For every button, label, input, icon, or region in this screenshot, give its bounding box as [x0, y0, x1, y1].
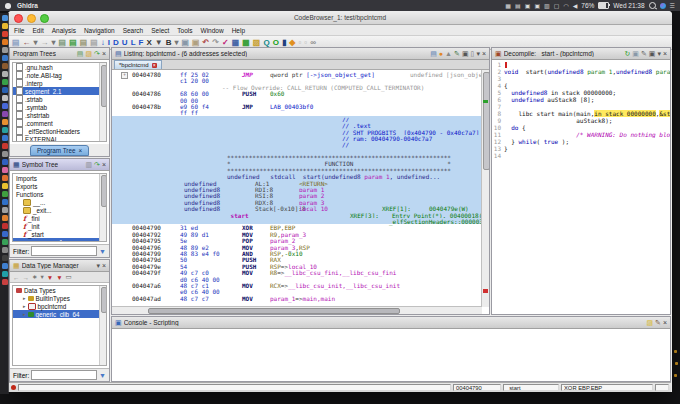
listing-horizontal-scrollbar[interactable]: [112, 306, 482, 314]
dtm-filter-input[interactable]: [31, 370, 97, 380]
dock-app-icon[interactable]: [2, 71, 8, 77]
new-tree-icon[interactable]: ▤: [77, 50, 84, 57]
program-tree-item[interactable]: .note.ABI-tag: [13, 71, 106, 79]
dock-app-icon[interactable]: [2, 63, 8, 69]
dock-app-icon[interactable]: [2, 255, 8, 261]
window-icon-1[interactable]: ▫: [298, 39, 301, 47]
decompile-line[interactable]: 10 do {: [492, 124, 670, 131]
dock-app-icon[interactable]: [2, 279, 8, 285]
listing-header[interactable]: ▤ Listing: bpclntcmd - (6 addresses sele…: [112, 48, 489, 60]
symbol-tree-item[interactable]: →param_1: [13, 238, 106, 242]
data-type-x-icon[interactable]: X: [146, 39, 151, 47]
symbol-tree-header[interactable]: ▦ Symbol Tree ▥↷×: [10, 159, 109, 171]
scrollbar-thumb[interactable]: [148, 308, 400, 314]
dropdown-icon[interactable]: ▾: [96, 262, 100, 269]
program-tree-item[interactable]: .comment: [13, 119, 106, 127]
input-source-icon[interactable]: ▥: [544, 3, 550, 9]
decompile-line[interactable]: 5 undefined8 in_stack_00000000;: [492, 89, 670, 96]
camera-status-icon[interactable]: ▣: [534, 3, 540, 9]
close-icon[interactable]: ×: [663, 50, 667, 57]
redo-icon[interactable]: ↷: [212, 39, 219, 47]
filter-arrays-icon[interactable]: ▼: [47, 274, 53, 281]
decompile-line[interactable]: 11 /* WARNING: Do nothing block with inf…: [492, 131, 670, 138]
data-type-b-icon[interactable]: B: [166, 39, 172, 47]
screen-mirroring-icon[interactable]: ▦: [505, 3, 511, 9]
dock-app-icon[interactable]: [2, 39, 8, 45]
nav-forward-icon[interactable]: →: [41, 39, 49, 47]
listing-line[interactable]: 004047ad48 c7 c7MOVparam_1=>main,main: [112, 295, 482, 301]
decompile-line[interactable]: 12 } while( true );: [492, 138, 670, 145]
menu-file[interactable]: File: [14, 27, 24, 34]
data-type-filter-icon[interactable]: ▼: [155, 39, 163, 47]
dock-app-icon[interactable]: [2, 79, 8, 85]
dock-app-icon[interactable]: [2, 199, 8, 205]
green-o-icon[interactable]: O: [273, 39, 279, 47]
menu-analysis[interactable]: Analysis: [52, 27, 76, 34]
table-icon[interactable]: ▦: [232, 39, 240, 47]
reposition-icon[interactable]: ●: [439, 50, 443, 57]
data-type-item[interactable]: ▸bpclntcmd: [13, 302, 106, 310]
data-type-item[interactable]: Data Types: [13, 286, 106, 294]
close-icon[interactable]: ×: [102, 50, 106, 57]
dock-app-icon[interactable]: [2, 231, 8, 237]
dock-app-icon[interactable]: [2, 55, 8, 61]
program-trees-header[interactable]: Program Trees ▤▨↷×: [10, 48, 109, 60]
dock-app-icon[interactable]: [2, 103, 8, 109]
dock-app-icon[interactable]: [2, 159, 8, 165]
memory-map-icon[interactable]: ▩: [242, 39, 250, 47]
display-icon[interactable]: ▢: [554, 3, 560, 9]
active-app-name[interactable]: Ghidra: [17, 2, 38, 9]
wifi-icon[interactable]: ◠: [563, 3, 568, 9]
dock-app-icon[interactable]: [2, 247, 8, 253]
edit-icon[interactable]: ✎: [655, 319, 661, 326]
dropdown-icon[interactable]: ▾: [476, 50, 480, 57]
dock-app-icon[interactable]: [2, 87, 8, 93]
dock-app-icon[interactable]: [2, 143, 8, 149]
dropdown-icon[interactable]: ▾: [657, 50, 661, 57]
disassemble-icon[interactable]: ↓: [101, 39, 105, 47]
decompile-body[interactable]: 12void _start(undefined8 param_1,undefin…: [492, 60, 670, 314]
prev-icon[interactable]: ←: [13, 274, 20, 281]
dock-app-icon[interactable]: [2, 207, 8, 213]
decompile-line[interactable]: 3: [492, 75, 670, 82]
symbol-tree-scrollbar[interactable]: [99, 174, 106, 241]
siri-icon[interactable]: [660, 3, 666, 9]
menubar-clock[interactable]: Wed 21:38: [613, 2, 644, 9]
dock-app-icon[interactable]: [2, 47, 8, 53]
volume-icon[interactable]: ◀: [573, 3, 578, 9]
window-titlebar[interactable]: CodeBrowser_1: test/bpclntcmd: [8, 11, 672, 25]
open-folder-icon[interactable]: ▨: [253, 39, 261, 47]
dock-app-icon[interactable]: [2, 23, 8, 29]
doc-tool-icon-2[interactable]: ▤: [69, 39, 77, 47]
save-icon[interactable]: ▤: [12, 39, 20, 47]
dock-app-icon[interactable]: [2, 31, 8, 37]
close-window-button[interactable]: [14, 14, 23, 23]
program-tree-item[interactable]: .shstrtab: [13, 111, 106, 119]
snapshot-icon[interactable]: ▣: [649, 50, 656, 57]
dtm-scrollbar[interactable]: [99, 286, 106, 365]
dock-app-icon[interactable]: [2, 223, 8, 229]
dock-app-icon[interactable]: [2, 151, 8, 157]
menu-navigation[interactable]: Navigation: [84, 27, 115, 34]
minimize-window-button[interactable]: [27, 14, 36, 23]
data-type-f-icon[interactable]: F: [139, 39, 144, 47]
dock-app-icon[interactable]: [2, 119, 8, 125]
export-tree-icon[interactable]: ↷: [94, 50, 100, 57]
next-icon[interactable]: →: [23, 274, 30, 281]
symbol-tree-item[interactable]: f_init: [13, 222, 106, 230]
symbol-tree-item[interactable]: f_fini: [13, 214, 106, 222]
decompile-line[interactable]: 13}: [492, 145, 670, 152]
dock-app-icon[interactable]: [2, 215, 8, 221]
close-icon[interactable]: ×: [102, 262, 106, 269]
data-type-item[interactable]: ▸generic_clib_64: [13, 310, 106, 318]
close-icon[interactable]: ×: [663, 319, 667, 326]
menu-search[interactable]: Search: [123, 27, 144, 34]
close-icon[interactable]: ×: [78, 147, 82, 154]
program-tree-item[interactable]: _elfSectionHeaders: [13, 127, 106, 135]
edit-listing-icon[interactable]: ✎: [454, 50, 460, 57]
program-tree-tab[interactable]: Program Tree ×: [30, 145, 89, 156]
program-tree-item[interactable]: .gnu.hash: [13, 63, 106, 71]
expander-icon[interactable]: ▸: [23, 303, 26, 309]
symbol-tree-item[interactable]: Exports: [13, 182, 106, 190]
sort-icon[interactable]: ▥: [85, 161, 92, 168]
